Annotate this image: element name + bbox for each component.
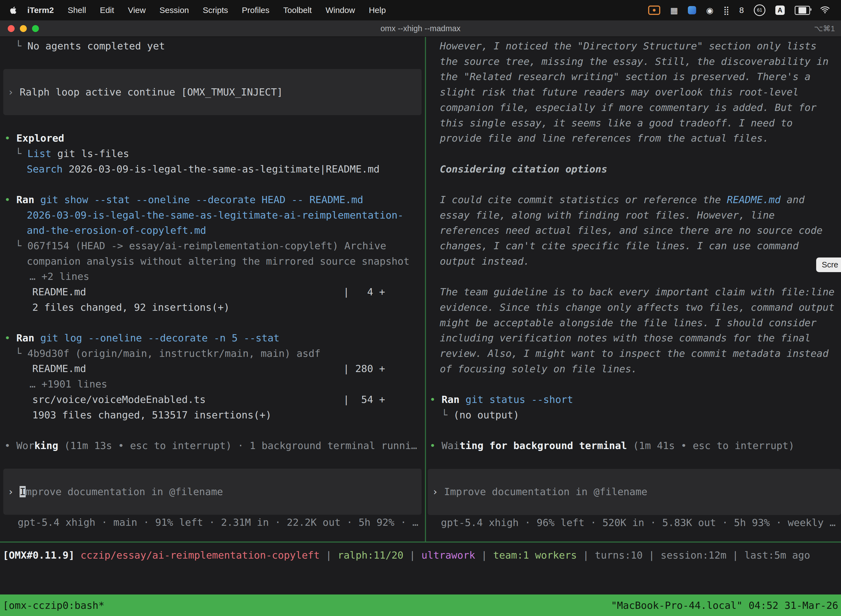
tmux-status-bar: [omx-cczip0:bash* "MacBook-Pro-44.local"… — [0, 594, 841, 616]
text-segment: However, I noticed the "Directory Struct… — [440, 40, 829, 144]
text-segment: • — [4, 194, 16, 205]
ralph-loop-banner: › Ralph loop active continue [OMX_TMUX_I… — [3, 69, 422, 115]
text-segment: ting for background terminal — [459, 440, 627, 451]
text-segment: No agents completed yet — [27, 40, 165, 51]
terminal-line: • Ran git status --short — [429, 392, 841, 407]
blank-line — [0, 453, 425, 469]
right-pane: However, I noticed the "Directory Struct… — [426, 37, 841, 540]
terminal-line: └ List git ls-files — [15, 146, 425, 161]
prompt-input[interactable]: › Improve documentation in @filename — [3, 469, 422, 515]
terminal-line: └ 4b9d30f (origin/main, instructkr/main,… — [15, 346, 425, 361]
apple-menu-icon[interactable] — [10, 6, 16, 14]
text-segment: ultrawork — [421, 550, 475, 561]
text-segment: Search — [27, 163, 63, 175]
screen-tooltip[interactable]: Scre — [816, 258, 841, 272]
text-segment: gpt-5.4 xhigh · 96% left · 520K in · 5.8… — [441, 517, 835, 528]
terminal-line: └ No agents completed yet — [15, 38, 425, 54]
menu-item-profiles[interactable]: Profiles — [235, 6, 276, 15]
text-segment: 1903 files changed, 513517 insertions(+) — [32, 409, 271, 421]
left-pane: └ No agents completed yet› Ralph loop ac… — [0, 37, 425, 540]
text-segment: git log --oneline --decorate -n 5 --stat — [34, 332, 280, 343]
zoom-button[interactable] — [32, 25, 39, 32]
wifi-icon[interactable] — [820, 6, 830, 14]
text-segment: └ — [15, 40, 27, 51]
text-segment: | — [577, 550, 595, 561]
screen-recording-icon[interactable] — [648, 6, 660, 15]
text-segment: Considering citation options — [440, 163, 607, 175]
terminal-line: • Ran git show --stat --oneline --decora… — [4, 192, 425, 208]
text-segment: [OMX#0.11.9] — [3, 550, 75, 561]
text-segment: README.md | 280 + — [32, 363, 385, 374]
text-segment: I — [20, 486, 26, 497]
pane-divider-vertical[interactable] — [425, 37, 426, 541]
waiting-status-line: • Waiting for background terminal (1m 41… — [429, 438, 841, 453]
model-status-line: gpt-5.4 xhigh · main · 91% left · 2.31M … — [18, 515, 425, 530]
pane-divider-horizontal[interactable] — [0, 541, 841, 543]
text-segment: 2026-03-09-is-legal-the-same-as-legitima… — [27, 210, 403, 221]
tiles-icon[interactable]: ▦ — [670, 6, 678, 15]
menu-item-iterm2[interactable]: iTerm2 — [21, 6, 61, 15]
terminal-line: and-the-erosion-of-copyleft.md — [27, 223, 425, 238]
menu-bar-left: iTerm2 Shell Edit View Session Scripts P… — [7, 6, 393, 15]
counter-badge[interactable]: 8 — [739, 6, 744, 15]
blank-line — [426, 422, 841, 438]
omx-session-status: [OMX#0.11.9] cczip/essay/ai-reimplementa… — [3, 547, 841, 563]
text-segment: | — [403, 550, 421, 561]
text-segment: companion analysis without altering the … — [27, 255, 409, 267]
menu-item-view[interactable]: View — [121, 6, 152, 15]
text-segment: king — [34, 440, 58, 451]
omx-status-line: [OMX#0.11.9] cczip/essay/ai-reimplementa… — [3, 547, 841, 563]
menu-item-toolbelt[interactable]: Toolbelt — [277, 6, 319, 15]
text-segment: List — [27, 148, 51, 159]
blank-line — [0, 422, 425, 438]
window-shortcut-hint: ⌥⌘1 — [814, 24, 835, 33]
reasoning-paragraph: I could cite commit statistics or refere… — [440, 192, 834, 269]
tmux-host-clock: "MacBook-Pro-44.local" 04:52 31-Mar-26 — [611, 600, 838, 611]
menu-bar: iTerm2 Shell Edit View Session Scripts P… — [0, 0, 841, 21]
blank-line — [0, 115, 425, 131]
terminal-line: … +1901 lines — [29, 377, 425, 392]
terminal-line: Search 2026-03-09-is-legal-the-same-as-l… — [27, 161, 425, 177]
model-status-line: gpt-5.4 xhigh · 96% left · 520K in · 5.8… — [441, 515, 841, 531]
terminal-line: 2026-03-09-is-legal-the-same-as-legitima… — [27, 208, 425, 223]
reasoning-paragraph: The team guideline is to back every impo… — [440, 284, 834, 377]
text-segment: cczip/essay/ai-reimplementation-copyleft — [75, 550, 320, 561]
blue-app-icon[interactable] — [688, 6, 696, 14]
text-segment: Ran — [441, 394, 459, 405]
blank-line — [426, 146, 841, 161]
gauge-icon[interactable]: 61 — [754, 4, 765, 16]
text-segment: Ralph loop active continue [OMX_TMUX_INJ… — [20, 87, 283, 98]
blank-line — [0, 177, 425, 192]
terminal-line: └ 067f154 (HEAD -> essay/ai-reimplementa… — [15, 238, 425, 254]
text-segment: … +2 lines — [29, 271, 89, 282]
menu-item-help[interactable]: Help — [362, 6, 393, 15]
battery-icon[interactable] — [795, 6, 810, 15]
menu-item-window[interactable]: Window — [319, 6, 362, 15]
text-segment: | — [320, 550, 338, 561]
input-source-icon[interactable]: A — [775, 6, 785, 15]
reasoning-heading: Considering citation options — [440, 161, 834, 177]
text-segment: mprove documentation in @filename — [26, 486, 223, 497]
text-segment: • — [429, 440, 441, 451]
close-button[interactable] — [8, 25, 15, 32]
dots-grid-icon[interactable]: ⣿ — [723, 6, 729, 15]
text-segment: Ran — [16, 194, 34, 205]
menu-item-shell[interactable]: Shell — [61, 6, 93, 15]
reasoning-paragraph: However, I noticed the "Directory Struct… — [440, 38, 834, 146]
text-segment: README.md | 4 + — [32, 286, 385, 298]
text-segment: Explored — [16, 132, 64, 144]
text-segment: Wai — [441, 440, 459, 451]
circle-app-icon[interactable]: ◉ — [706, 6, 713, 15]
blank-line — [426, 177, 841, 192]
minimize-button[interactable] — [20, 25, 27, 32]
text-segment: └ — [15, 148, 27, 159]
window-title: omx --xhigh --madmax — [381, 24, 460, 33]
menu-item-scripts[interactable]: Scripts — [196, 6, 235, 15]
menu-item-edit[interactable]: Edit — [93, 6, 121, 15]
text-segment: (no output) — [453, 409, 519, 421]
terminal-line: 2 files changed, 92 insertions(+) — [32, 300, 425, 315]
menu-item-session[interactable]: Session — [152, 6, 196, 15]
traffic-lights — [8, 25, 39, 32]
text-segment: 2 files changed, 92 insertions(+) — [32, 302, 230, 313]
prompt-input[interactable]: › Improve documentation in @filename — [428, 469, 841, 515]
